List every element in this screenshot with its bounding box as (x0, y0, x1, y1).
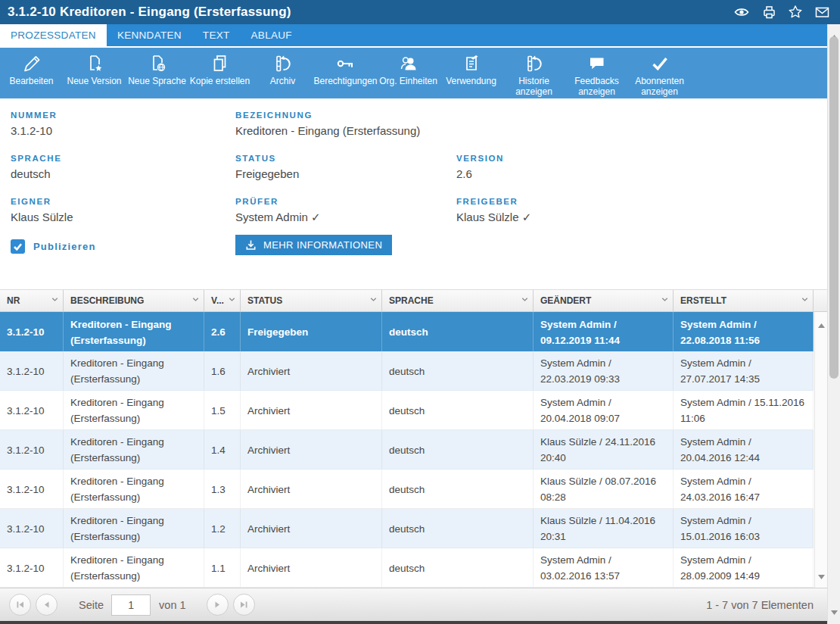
tab-ablauf[interactable]: ABLAUF (241, 24, 303, 46)
table-row[interactable]: 3.1.2-10 Kreditoren - Eingang (Ersterfas… (0, 312, 814, 351)
download-icon (245, 239, 257, 251)
tab-kenndaten[interactable]: KENNDATEN (107, 24, 192, 46)
cell-beschreibung: Kreditoren - Eingang (Ersterfassung) (64, 312, 204, 351)
cell-erstellt: System Admin / 28.09.2009 14:49 (674, 548, 814, 587)
column-header-erstellt[interactable]: ERSTELLT (674, 290, 814, 311)
column-header-sprache[interactable]: SPRACHE (382, 290, 534, 311)
cell-status: Archiviert (241, 391, 382, 429)
column-header-nr[interactable]: NR (0, 290, 64, 311)
toolbar-feedbacks-anzeigen-button[interactable]: Feedbacks anzeigen (565, 53, 628, 98)
note-pencil-icon (462, 53, 481, 74)
cell-geaendert: System Admin / 20.04.2018 09:07 (534, 391, 674, 429)
column-chevron-down-icon[interactable] (521, 295, 529, 306)
cell-version: 1.2 (204, 509, 241, 548)
mail-icon[interactable] (814, 5, 830, 20)
toolbar-bearbeiten-button[interactable]: Bearbeiten (0, 53, 63, 98)
toolbar: Bearbeiten Neue Version Neue Sprache Kop… (0, 48, 827, 98)
toolbar-kopie-erstellen-button[interactable]: Kopie erstellen (188, 53, 251, 98)
cell-nr: 3.1.2-10 (0, 391, 64, 429)
table-scrollbar[interactable] (814, 312, 827, 588)
table-row[interactable]: 3.1.2-10 Kreditoren - Eingang (Ersterfas… (0, 548, 814, 588)
column-header-geaendert[interactable]: GEÄNDERT (534, 290, 674, 311)
cell-sprache: deutsch (382, 312, 534, 351)
toolbar-org-einheiten-button[interactable]: Org. Einheiten (377, 53, 440, 98)
cell-version: 2.6 (204, 312, 241, 351)
title-bar-actions (733, 5, 832, 20)
cell-beschreibung: Kreditoren - Eingang (Ersterfassung) (64, 430, 204, 469)
toolbar-berechtigungen-button[interactable]: Berechtigungen (314, 53, 377, 98)
publizieren-checkbox[interactable] (11, 239, 25, 254)
table-row[interactable]: 3.1.2-10 Kreditoren - Eingang (Ersterfas… (0, 470, 814, 509)
cell-nr: 3.1.2-10 (0, 351, 64, 390)
cell-beschreibung: Kreditoren - Eingang (Ersterfassung) (64, 351, 204, 390)
status-value: Freigegeben (235, 167, 456, 180)
cell-geaendert: Klaus Sülzle / 11.04.2016 20:31 (534, 509, 674, 548)
cell-beschreibung: Kreditoren - Eingang (Ersterfassung) (64, 470, 204, 508)
scrollbar-thumb[interactable] (829, 36, 838, 379)
table-row[interactable]: 3.1.2-10 Kreditoren - Eingang (Ersterfas… (0, 509, 814, 548)
column-chevron-down-icon[interactable] (191, 295, 200, 306)
toolbar-archiv-button[interactable]: Archiv (251, 53, 314, 98)
column-chevron-down-icon[interactable] (801, 295, 809, 306)
pencil-icon (22, 53, 42, 74)
last-page-button[interactable] (233, 594, 255, 616)
sprache-value: deutsch (11, 167, 235, 180)
cell-geaendert: System Admin / 03.02.2016 13:57 (534, 548, 674, 587)
cell-erstellt: System Admin / 22.08.2018 11:56 (674, 312, 814, 351)
eye-icon[interactable] (733, 5, 750, 20)
cell-sprache: deutsch (382, 509, 534, 548)
first-page-button[interactable] (9, 594, 31, 616)
table-row[interactable]: 3.1.2-10 Kreditoren - Eingang (Ersterfas… (0, 430, 814, 470)
cell-erstellt: System Admin / 15.11.2016 11:06 (674, 391, 814, 429)
column-header-status[interactable]: STATUS (241, 290, 382, 311)
toolbar-neue-sprache-button[interactable]: Neue Sprache (126, 53, 188, 98)
mehr-informationen-button[interactable]: MEHR INFORMATIONEN (235, 235, 392, 255)
history-icon (524, 53, 544, 74)
table-row[interactable]: 3.1.2-10 Kreditoren - Eingang (Ersterfas… (0, 391, 814, 430)
cell-nr: 3.1.2-10 (0, 548, 64, 587)
cell-erstellt: System Admin / 15.01.2016 16:03 (674, 509, 814, 548)
scroll-down-icon[interactable] (818, 569, 825, 582)
print-icon[interactable] (761, 5, 776, 20)
cell-sprache: deutsch (382, 391, 534, 429)
seite-label: Seite (79, 599, 104, 611)
column-chevron-down-icon[interactable] (51, 295, 59, 306)
users-icon (399, 53, 418, 74)
bezeichnung-label: BEZEICHNUNG (235, 111, 456, 120)
toolbar-abonnenten-anzeigen-button[interactable]: Abonnenten anzeigen (628, 53, 691, 98)
page-number-input[interactable] (111, 594, 151, 616)
von-label: von 1 (159, 599, 185, 611)
toolbar-neue-version-button[interactable]: Neue Version (63, 53, 126, 98)
sprache-label: SPRACHE (11, 154, 235, 163)
cell-status: Archiviert (241, 430, 382, 469)
column-chevron-down-icon[interactable] (369, 295, 378, 306)
page-scrollbar[interactable] (827, 24, 840, 624)
star-icon[interactable] (788, 5, 803, 20)
cell-geaendert: Klaus Sülzle / 24.11.2016 20:40 (534, 430, 674, 469)
cell-nr: 3.1.2-10 (0, 470, 64, 508)
tab-text[interactable]: TEXT (192, 24, 241, 46)
toolbar-historie-anzeigen-button[interactable]: Historie anzeigen (502, 53, 565, 98)
next-page-button[interactable] (207, 594, 229, 616)
column-chevron-down-icon[interactable] (661, 295, 669, 306)
cell-geaendert: System Admin / 09.12.2019 11:44 (534, 312, 674, 351)
tab-prozessdaten[interactable]: PROZESSDATEN (0, 24, 107, 46)
document-language-icon (148, 53, 167, 74)
cell-sprache: deutsch (382, 470, 534, 508)
speech-bubble-icon (587, 53, 607, 74)
column-chevron-down-icon[interactable] (228, 295, 236, 306)
pagination-bar: Seite von 1 1 - 7 von 7 Elementen (0, 588, 827, 621)
previous-page-button[interactable] (36, 594, 58, 616)
toolbar-verwendung-button[interactable]: Verwendung (440, 53, 502, 98)
app-window: 3.1.2-10 Kreditoren - Eingang (Ersterfas… (0, 0, 840, 624)
column-header-beschreibung[interactable]: BESCHREIBUNG (64, 290, 204, 311)
eigner-value: Klaus Sülzle (11, 211, 235, 223)
table-row[interactable]: 3.1.2-10 Kreditoren - Eingang (Ersterfas… (0, 351, 814, 391)
cell-version: 1.6 (204, 351, 241, 390)
cell-beschreibung: Kreditoren - Eingang (Ersterfassung) (64, 509, 204, 548)
freigeber-value: Klaus Sülzle ✓ (456, 211, 827, 224)
scroll-down-icon[interactable] (831, 604, 838, 618)
column-header-version[interactable]: V... (204, 290, 241, 311)
scroll-up-icon[interactable] (818, 317, 825, 331)
pruefer-label: PRÜFER (235, 197, 456, 206)
